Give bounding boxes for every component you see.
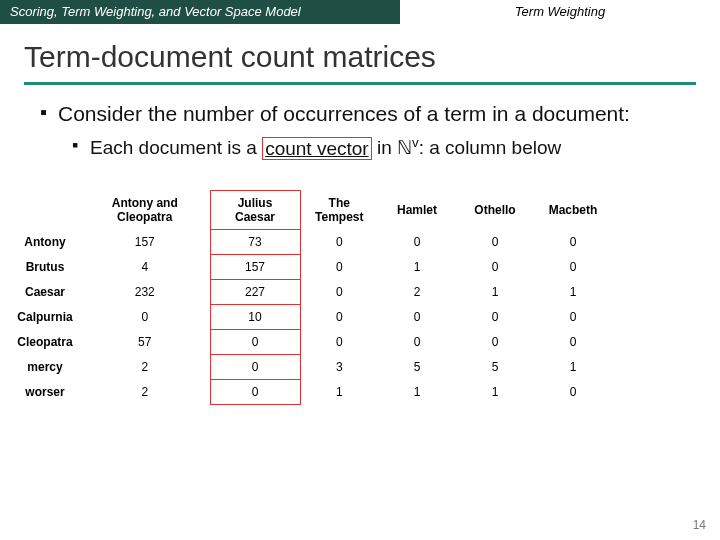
col-header: Macbeth (534, 191, 612, 230)
col-header-highlighted: Julius Caesar (210, 191, 300, 230)
table-row: Cleopatra5700000 (10, 330, 612, 355)
table-cell: 1 (378, 380, 456, 405)
table-cell: 157 (80, 230, 210, 255)
bullet-mid: in (372, 138, 397, 159)
table-cell: 0 (300, 305, 378, 330)
table-cell: 0 (80, 305, 210, 330)
table-cell: 2 (80, 380, 210, 405)
row-header: Antony (10, 230, 80, 255)
table-header-row: Antony and Cleopatra Julius Caesar The T… (10, 191, 612, 230)
natural-numbers-symbol: ℕ (397, 138, 412, 159)
table-cell: 0 (456, 330, 534, 355)
title-underline (24, 82, 696, 85)
table-cell: 0 (378, 230, 456, 255)
table-row: Brutus41570100 (10, 255, 612, 280)
table-cell: 57 (80, 330, 210, 355)
table-cell: 227 (210, 280, 300, 305)
col-header: Antony and Cleopatra (80, 191, 210, 230)
slide-title: Term-document count matrices (0, 24, 720, 82)
table-row: mercy203551 (10, 355, 612, 380)
superscript: v (412, 135, 419, 150)
page-number: 14 (693, 518, 706, 532)
table-cell: 1 (456, 280, 534, 305)
table-cell: 0 (534, 330, 612, 355)
bullet-marker-icon: ▪ (72, 135, 90, 160)
table-cell: 232 (80, 280, 210, 305)
bullet-text: Consider the number of occurrences of a … (58, 101, 660, 127)
table-cell: 4 (80, 255, 210, 280)
topbar-left: Scoring, Term Weighting, and Vector Spac… (0, 0, 400, 24)
topbar: Scoring, Term Weighting, and Vector Spac… (0, 0, 720, 24)
table-cell: 0 (456, 305, 534, 330)
table-cell: 5 (378, 355, 456, 380)
row-header: Brutus (10, 255, 80, 280)
bullet-marker-icon: ▪ (40, 101, 58, 127)
table-cell: 2 (80, 355, 210, 380)
table-cell: 0 (378, 330, 456, 355)
table-cell: 0 (300, 330, 378, 355)
table-cell: 1 (534, 280, 612, 305)
table-cell: 10 (210, 305, 300, 330)
table-cell: 0 (300, 280, 378, 305)
table-cell: 1 (300, 380, 378, 405)
table-cell: 157 (210, 255, 300, 280)
bullet-text: Each document is a count vector in ℕv: a… (90, 135, 561, 160)
table-cell: 3 (300, 355, 378, 380)
bullet-level2: ▪ Each document is a count vector in ℕv:… (0, 131, 720, 168)
table-cell: 73 (210, 230, 300, 255)
col-header: Hamlet (378, 191, 456, 230)
table-cell: 0 (534, 305, 612, 330)
highlight-count-vector: count vector (262, 137, 372, 160)
topbar-right: Term Weighting (400, 0, 720, 24)
row-header: Cleopatra (10, 330, 80, 355)
table-row: Calpurnia0100000 (10, 305, 612, 330)
table-cell: 1 (378, 255, 456, 280)
term-document-table: Antony and Cleopatra Julius Caesar The T… (10, 190, 613, 405)
table-row: worser201110 (10, 380, 612, 405)
table-cell: 0 (300, 230, 378, 255)
table-cell: 1 (534, 355, 612, 380)
table-row: Caesar2322270211 (10, 280, 612, 305)
table-cell: 0 (534, 255, 612, 280)
table-body: Antony157730000Brutus41570100Caesar23222… (10, 230, 612, 405)
table-row: Antony157730000 (10, 230, 612, 255)
table-cell: 0 (456, 255, 534, 280)
col-header: The Tempest (300, 191, 378, 230)
table-cell: 5 (456, 355, 534, 380)
table-cell: 0 (534, 230, 612, 255)
table-cell: 0 (210, 380, 300, 405)
bullet-prefix: Each document is a (90, 138, 262, 159)
row-header: mercy (10, 355, 80, 380)
bullet-level1: ▪ Consider the number of occurrences of … (0, 97, 720, 131)
table-cell: 0 (210, 355, 300, 380)
table-corner (10, 191, 80, 230)
slide: Scoring, Term Weighting, and Vector Spac… (0, 0, 720, 540)
bullet-suffix: : a column below (419, 138, 562, 159)
table-cell: 0 (210, 330, 300, 355)
table-cell: 0 (378, 305, 456, 330)
col-header: Othello (456, 191, 534, 230)
table-cell: 0 (534, 380, 612, 405)
table-cell: 0 (456, 230, 534, 255)
table-cell: 1 (456, 380, 534, 405)
row-header: Calpurnia (10, 305, 80, 330)
row-header: worser (10, 380, 80, 405)
table-cell: 0 (300, 255, 378, 280)
table-cell: 2 (378, 280, 456, 305)
row-header: Caesar (10, 280, 80, 305)
